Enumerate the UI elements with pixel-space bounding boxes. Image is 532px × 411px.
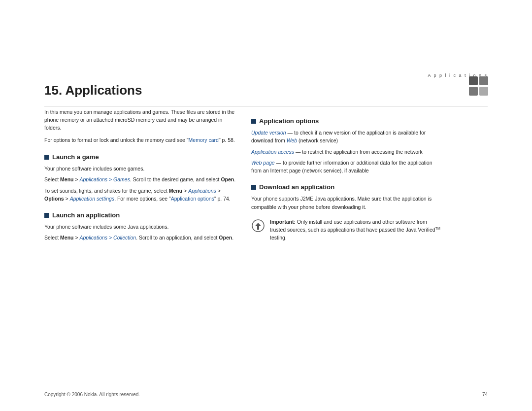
intro-paragraph-2: For options to format or lock and unlock… [44, 137, 236, 144]
applications-games-link[interactable]: Applications > Games [80, 176, 130, 182]
icon-cell-2 [479, 76, 488, 85]
launch-game-p1: Your phone software includes some games. [44, 165, 236, 172]
web-link-1[interactable]: Web [287, 137, 297, 143]
heading-box-4 [251, 185, 256, 190]
left-column: In this menu you can manage applications… [44, 108, 236, 242]
intro-paragraph-1: In this menu you can manage applications… [44, 108, 236, 132]
download-app-title: Download an application [259, 183, 334, 191]
footer-page-number: 74 [482, 392, 488, 397]
app-access-item: Application access — to restrict the app… [251, 148, 443, 156]
launch-game-p3: To set sounds, lights, and shakes for th… [44, 187, 236, 203]
applications-link[interactable]: Applications [188, 188, 216, 194]
download-app-body: Your phone supports J2ME Java applicatio… [251, 195, 443, 241]
launch-app-body: Your phone software includes some Java a… [44, 223, 236, 242]
important-box: Important: Only install and use applicat… [251, 218, 443, 242]
content-area: In this menu you can manage applications… [44, 108, 488, 242]
launch-game-p2: Select Menu > Applications > Games. Scro… [44, 175, 236, 183]
icon-cell-4 [479, 87, 488, 96]
footer: Copyright © 2006 Nokia. All rights reser… [44, 392, 488, 397]
heading-box-2 [44, 213, 49, 218]
important-text: Important: Only install and use applicat… [270, 218, 443, 242]
divider [44, 106, 488, 106]
launch-app-p1: Your phone software includes some Java a… [44, 223, 236, 231]
copyright-text: Copyright © 2006 Nokia. All rights reser… [44, 392, 140, 397]
page-title: 15. Applications [44, 83, 142, 98]
icon-cell-3 [469, 87, 478, 96]
important-svg [251, 219, 265, 233]
launch-game-body: Your phone software includes some games.… [44, 165, 236, 203]
launch-game-heading: Launch a game [44, 153, 236, 161]
app-options-heading: Application options [251, 117, 443, 125]
important-icon [251, 219, 265, 233]
update-version-item: Update version — to check if a new versi… [251, 129, 443, 145]
app-options-title: Application options [259, 117, 319, 125]
application-options-ref-link[interactable]: Application options [171, 196, 214, 202]
icon-cell-1 [469, 76, 478, 85]
app-access-link[interactable]: Application access [251, 149, 294, 155]
intro-p2-suffix: " p. 58. [219, 137, 235, 143]
intro-p2-prefix: For options to format or lock and unlock… [44, 137, 189, 143]
download-app-heading: Download an application [251, 183, 443, 191]
launch-app-title: Launch an application [52, 211, 120, 219]
right-column: Application options Update version — to … [251, 108, 443, 242]
heading-box-1 [44, 155, 49, 160]
app-icon [469, 76, 493, 100]
page: A p p l i c a t i o n s 15. Applications… [0, 0, 532, 411]
download-app-p1: Your phone supports J2ME Java applicatio… [251, 195, 443, 211]
web-page-item: Web page — to provide further informatio… [251, 159, 443, 175]
web-page-link[interactable]: Web page [251, 160, 275, 166]
launch-app-p2: Select Menu > Applications > Collection.… [44, 234, 236, 241]
update-version-link[interactable]: Update version [251, 130, 286, 136]
collection-link[interactable]: Applications > Collection [80, 235, 136, 240]
application-settings-link[interactable]: Application settings [70, 196, 114, 202]
heading-box-3 [251, 119, 256, 124]
launch-app-heading: Launch an application [44, 211, 236, 219]
app-options-body: Update version — to check if a new versi… [251, 129, 443, 174]
memory-card-link[interactable]: Memory card [189, 137, 219, 143]
launch-game-title: Launch a game [52, 153, 99, 161]
